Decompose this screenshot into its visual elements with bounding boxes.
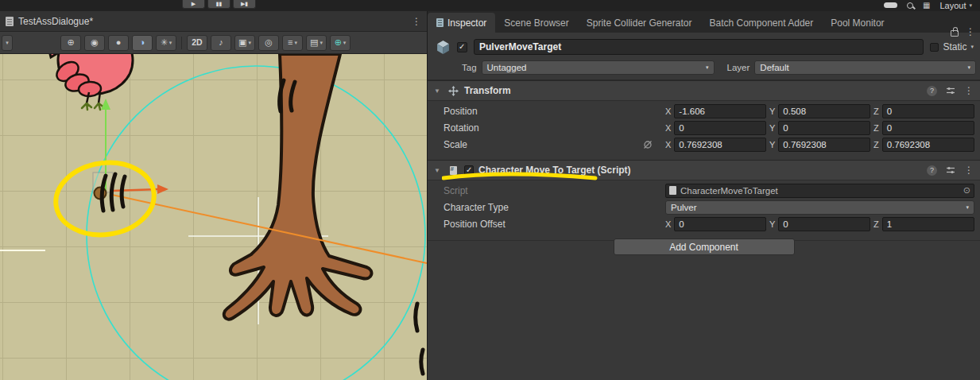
transform-component-header[interactable]: ▼ Transform ? ⋮ bbox=[428, 80, 980, 101]
gizmos-dropdown-button[interactable]: ⊕▾ bbox=[330, 35, 351, 51]
add-component-label: Add Component bbox=[669, 242, 738, 253]
inspector-tab-icon bbox=[436, 18, 444, 27]
offset-x-field[interactable]: 0 bbox=[674, 217, 766, 231]
gizmo-icon: ⊕ bbox=[335, 38, 342, 47]
scene-tab-menu-icon[interactable]: ⋮ bbox=[412, 16, 421, 27]
position-offset-label: Position Offset bbox=[444, 219, 662, 230]
rotation-x-value: 0 bbox=[679, 123, 684, 133]
object-picker-icon[interactable]: ⊙ bbox=[963, 185, 970, 196]
scene-asset-icon bbox=[6, 17, 14, 26]
character-type-dropdown[interactable]: Pulver ▾ bbox=[665, 200, 974, 215]
static-dropdown[interactable]: Static ▾ bbox=[930, 41, 975, 52]
inspector-menu-icon[interactable]: ⋮ bbox=[966, 27, 975, 37]
effects-dropdown-button[interactable]: ▣▾ bbox=[234, 35, 255, 51]
2d-toggle-button[interactable]: 2D bbox=[187, 35, 207, 51]
rotation-y-value: 0 bbox=[783, 123, 788, 133]
axis-y-label: Y bbox=[769, 140, 775, 149]
active-checkbox[interactable] bbox=[457, 42, 467, 52]
offset-z-value: 1 bbox=[887, 219, 892, 229]
effects-icon: ▣ bbox=[238, 38, 246, 47]
scale-x-field[interactable]: 0.7692308 bbox=[674, 138, 766, 152]
position-z-field[interactable]: 0 bbox=[882, 104, 974, 118]
presets-icon[interactable] bbox=[946, 86, 955, 95]
help-icon[interactable]: ? bbox=[927, 86, 937, 96]
play-button[interactable]: ▶ bbox=[182, 0, 205, 9]
search-icon[interactable] bbox=[907, 2, 913, 9]
rotation-label: Rotation bbox=[444, 122, 662, 134]
rotation-z-field[interactable]: 0 bbox=[882, 121, 974, 135]
tool-orbit-button[interactable]: ⊕ bbox=[60, 35, 81, 51]
tag-label: Tag bbox=[462, 63, 477, 72]
help-icon[interactable]: ? bbox=[927, 165, 937, 176]
offset-z-field[interactable]: 1 bbox=[882, 217, 974, 231]
scene-view-tab-bar: TestAssDialogue* ⋮ bbox=[0, 11, 427, 32]
axis-z-label: Z bbox=[873, 219, 879, 229]
visibility-button[interactable]: ◎ bbox=[258, 35, 279, 51]
grid-icon[interactable]: ▦ bbox=[923, 2, 930, 10]
step-button[interactable]: ▶▮ bbox=[233, 0, 256, 9]
add-component-button[interactable]: Add Component bbox=[614, 238, 795, 255]
layer-label: Layer bbox=[727, 63, 750, 72]
rotation-y-field[interactable]: 0 bbox=[778, 121, 870, 135]
step-icon: ▶▮ bbox=[241, 1, 248, 7]
gameobject-name-field[interactable]: PulverMoveTarget bbox=[474, 39, 924, 55]
tool-ring-button[interactable]: ◉ bbox=[84, 35, 105, 51]
layers-icon: ≡ bbox=[288, 38, 292, 47]
position-y-value: 0.508 bbox=[783, 107, 806, 116]
scale-z-field[interactable]: 0.7692308 bbox=[882, 138, 974, 152]
2d-label: 2D bbox=[192, 38, 202, 47]
playmode-controls: ▶ ▮▮ ▶▮ bbox=[182, 0, 256, 9]
scene-viewport[interactable] bbox=[0, 54, 427, 380]
cube-icon bbox=[436, 40, 451, 55]
scale-y-value: 0.7692308 bbox=[783, 140, 826, 149]
tool-dot-button[interactable]: ● bbox=[108, 35, 129, 51]
static-checkbox[interactable] bbox=[930, 43, 939, 52]
audio-toggle-button[interactable]: ♪ bbox=[211, 35, 231, 51]
constrain-proportions-icon[interactable] bbox=[643, 140, 653, 152]
script-object-field[interactable]: CharacterMoveToTarget ⊙ bbox=[665, 184, 974, 198]
tag-dropdown[interactable]: Untagged ▾ bbox=[482, 60, 715, 75]
foldout-icon[interactable]: ▼ bbox=[432, 87, 442, 95]
rotation-x-field[interactable]: 0 bbox=[674, 121, 766, 135]
pause-button[interactable]: ▮▮ bbox=[207, 0, 230, 9]
scene-tab-title[interactable]: TestAssDialogue* bbox=[18, 16, 93, 27]
axis-z-field-label: Z bbox=[873, 140, 879, 149]
tab-scene-browser[interactable]: Scene Browser bbox=[495, 13, 577, 33]
layers-dropdown-button[interactable]: ≡▾ bbox=[282, 35, 303, 51]
position-y-field[interactable]: 0.508 bbox=[778, 104, 870, 118]
gameobject-name: PulverMoveTarget bbox=[479, 41, 561, 52]
grid-options-dropdown[interactable]: ▾ bbox=[2, 35, 13, 51]
presets-icon[interactable] bbox=[946, 165, 955, 175]
layout-dropdown[interactable]: Layout ▾ bbox=[939, 1, 972, 10]
move-script-component-header[interactable]: ▼ # Character Move To Target (Script) ? … bbox=[428, 160, 980, 180]
component-menu-icon[interactable]: ⋮ bbox=[964, 86, 974, 95]
position-x-value: -1.606 bbox=[679, 107, 705, 116]
script-enabled-checkbox[interactable] bbox=[464, 165, 474, 175]
lock-icon[interactable] bbox=[951, 30, 959, 37]
top-menu-strip: ▶ ▮▮ ▶▮ ▦ Layout ▾ bbox=[0, 0, 980, 11]
tool-flare-dropdown[interactable]: ✳▾ bbox=[156, 35, 176, 51]
component-menu-icon[interactable]: ⋮ bbox=[964, 165, 974, 175]
flare-icon: ✳ bbox=[161, 38, 168, 47]
audio-icon: ♪ bbox=[219, 38, 223, 47]
inspector-panel: Inspector Scene Browser Sprite Collider … bbox=[427, 0, 980, 380]
cloud-icon[interactable] bbox=[884, 2, 897, 8]
tab-inspector[interactable]: Inspector bbox=[428, 13, 495, 33]
offset-y-field[interactable]: 0 bbox=[778, 217, 870, 231]
camera-dropdown-button[interactable]: ▤▾ bbox=[306, 35, 327, 51]
scale-y-field[interactable]: 0.7692308 bbox=[778, 138, 870, 152]
pause-icon: ▮▮ bbox=[216, 1, 223, 7]
script-file-icon bbox=[669, 186, 676, 195]
tab-pool-monitor[interactable]: Pool Monitor bbox=[822, 13, 893, 33]
foldout-icon[interactable]: ▼ bbox=[432, 167, 442, 174]
tab-batch-component-adder[interactable]: Batch Component Adder bbox=[700, 13, 822, 33]
tool-half-button[interactable]: ◑ bbox=[132, 35, 153, 51]
rotation-row: Rotation X0 Y0 Z0 bbox=[428, 119, 980, 136]
position-x-field[interactable]: -1.606 bbox=[674, 104, 766, 118]
script-component-icon: # bbox=[447, 166, 459, 175]
layer-dropdown[interactable]: Default ▾ bbox=[754, 60, 976, 75]
top-right-controls: ▦ Layout ▾ bbox=[884, 0, 972, 10]
move-script-rows: Script CharacterMoveToTarget ⊙ Character… bbox=[428, 180, 980, 235]
tab-sprite-collider-generator[interactable]: Sprite Collider Generator bbox=[578, 13, 701, 33]
character-type-value: Pulver bbox=[671, 203, 697, 212]
